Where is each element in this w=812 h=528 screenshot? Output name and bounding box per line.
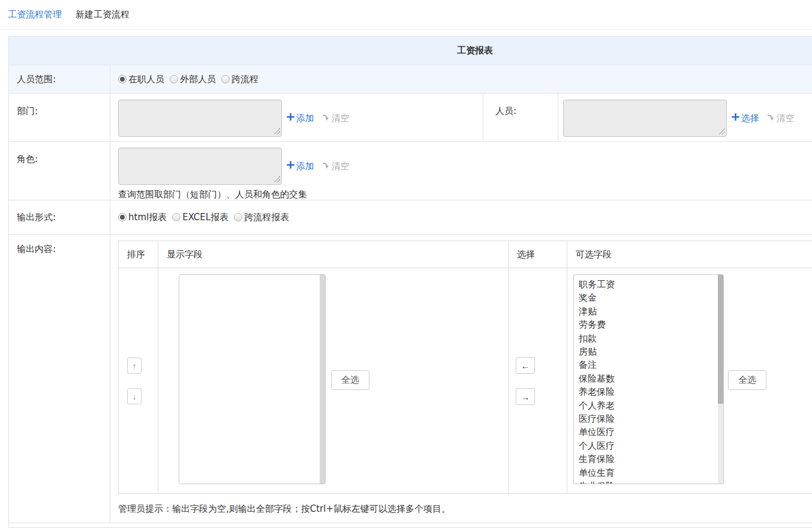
scope-options: 在职人员外部人员跨流程: [110, 65, 812, 93]
available-select-all-button[interactable]: 全选: [728, 370, 766, 390]
role-scope-hint: 查询范围取部门（短部门）、人员和角色的交集: [118, 189, 812, 200]
move-left-button[interactable]: ←: [516, 357, 535, 374]
department-add-button[interactable]: + 添加: [285, 112, 314, 124]
output-content-label: 输出内容:: [9, 235, 110, 523]
select-column-header: 选择: [509, 241, 567, 268]
clear-arrow-icon: [322, 113, 330, 124]
breadcrumb-salary-process-management[interactable]: 工资流程管理: [8, 9, 62, 20]
display-select-all-button[interactable]: 全选: [331, 370, 369, 390]
radio-unselected-icon[interactable]: [221, 75, 230, 83]
field-option[interactable]: 养老保险: [579, 385, 723, 398]
output-format-row: 输出形式: html报表EXCEL报表跨流程报表: [9, 200, 812, 235]
radio-option[interactable]: EXCEL报表: [172, 212, 228, 223]
field-option[interactable]: 扣款: [579, 332, 723, 345]
person-input[interactable]: [563, 100, 727, 137]
clear-arrow-icon: [322, 161, 330, 172]
resize-grip-icon[interactable]: [274, 176, 280, 182]
person-clear-button[interactable]: 清空: [767, 113, 795, 124]
radio-option[interactable]: html报表: [118, 212, 167, 223]
plus-icon: +: [285, 158, 296, 170]
department-input[interactable]: [118, 100, 282, 137]
plus-icon: +: [730, 110, 741, 122]
radio-label: 外部人员: [180, 74, 216, 85]
radio-label: 在职人员: [128, 74, 164, 85]
field-option[interactable]: 房贴: [579, 345, 723, 358]
radio-option[interactable]: 跨流程报表: [234, 212, 289, 223]
field-option[interactable]: 劳务费: [579, 318, 723, 331]
role-row: 角色: + 添加 清空 查询范围取部门（短部门）、人员和角: [9, 142, 812, 200]
move-down-button[interactable]: ↓: [127, 388, 142, 404]
available-fields-cell: 职务工资奖金津贴劳务费扣款房贴备注保险基数养老保险个人养老医疗保险单位医疗个人医…: [567, 268, 812, 493]
field-option[interactable]: 失业保险: [579, 479, 723, 484]
radio-unselected-icon[interactable]: [172, 213, 181, 221]
available-fields-listbox[interactable]: 职务工资奖金津贴劳务费扣款房贴备注保险基数养老保险个人养老医疗保险单位医疗个人医…: [573, 274, 724, 484]
admin-note: 管理员提示：输出字段为空,则输出全部字段；按Ctrl+鼠标左键可以选择多个项目。: [118, 503, 450, 515]
field-table-body: ↑ ↓ 全选 ← → 职务工资奖金津贴劳务费扣款房贴备注保险基数养老保: [119, 268, 812, 493]
role-input[interactable]: [118, 148, 282, 185]
radio-unselected-icon[interactable]: [170, 75, 178, 83]
display-fields-column-header: 显示字段: [158, 241, 509, 268]
field-option[interactable]: 保险基数: [579, 372, 723, 385]
field-table-header: 排序 显示字段 选择 可选字段: [119, 241, 812, 268]
field-option[interactable]: 单位医疗: [579, 425, 723, 439]
panel-title-row: 工资报表: [9, 37, 812, 65]
salary-report-panel: 工资报表 人员范围: 在职人员外部人员跨流程 部门: + 添加: [8, 36, 812, 528]
breadcrumb: 工资流程管理 新建工资流程: [0, 0, 812, 30]
scope-row: 人员范围: 在职人员外部人员跨流程: [9, 65, 812, 94]
field-option[interactable]: 职务工资: [579, 278, 723, 291]
output-content-row: 输出内容: 排序 显示字段 选择 可选字段 ↑ ↓ 全选: [9, 235, 812, 523]
field-option[interactable]: 单位生育: [579, 466, 723, 479]
resize-grip-icon[interactable]: [719, 128, 725, 134]
person-label: 人员:: [483, 94, 558, 141]
department-label: 部门:: [9, 94, 110, 141]
person-select-button[interactable]: + 选择: [730, 112, 759, 124]
field-option[interactable]: 备注: [579, 358, 723, 371]
radio-selected-icon[interactable]: [118, 75, 127, 83]
department-clear-button[interactable]: 清空: [322, 113, 350, 124]
scope-radio-group: 在职人员外部人员跨流程: [118, 74, 264, 85]
sort-column-header: 排序: [119, 241, 158, 268]
field-option[interactable]: 津贴: [579, 305, 723, 318]
person-field-cell: + 选择 清空: [558, 94, 812, 141]
display-fields-cell: 全选: [158, 268, 509, 493]
output-format-radio-group: html报表EXCEL报表跨流程报表: [118, 212, 294, 223]
available-fields-column-header: 可选字段: [567, 241, 812, 268]
radio-label: html报表: [128, 212, 167, 223]
radio-label: 跨流程报表: [244, 212, 289, 223]
scope-label: 人员范围:: [9, 65, 110, 93]
select-cell: ← →: [509, 268, 567, 493]
output-format-options: html报表EXCEL报表跨流程报表: [110, 200, 812, 234]
field-option[interactable]: 个人养老: [579, 399, 723, 412]
display-listbox-scrollbar[interactable]: [320, 275, 325, 484]
display-fields-listbox[interactable]: [179, 274, 326, 484]
radio-option[interactable]: 外部人员: [170, 74, 216, 85]
radio-selected-icon[interactable]: [118, 213, 127, 221]
role-add-button[interactable]: + 添加: [285, 160, 314, 172]
clear-arrow-icon: [767, 113, 775, 124]
field-option[interactable]: 医疗保险: [579, 412, 723, 425]
role-clear-button[interactable]: 清空: [322, 161, 350, 172]
department-person-row: 部门: + 添加 清空 人员:: [9, 94, 812, 142]
resize-grip-icon[interactable]: [274, 128, 280, 134]
sort-cell: ↑ ↓: [119, 268, 158, 493]
radio-option[interactable]: 跨流程: [221, 74, 258, 85]
field-option[interactable]: 个人医疗: [579, 439, 723, 452]
role-label: 角色:: [9, 142, 110, 200]
field-transfer-table: 排序 显示字段 选择 可选字段 ↑ ↓ 全选 ←: [118, 241, 812, 494]
output-format-label: 输出形式:: [9, 200, 110, 234]
radio-label: 跨流程: [231, 74, 258, 85]
available-fields-options: 职务工资奖金津贴劳务费扣款房贴备注保险基数养老保险个人养老医疗保险单位医疗个人医…: [574, 275, 723, 484]
field-option[interactable]: 生育保险: [579, 452, 723, 466]
available-listbox-scrollbar[interactable]: [718, 275, 723, 484]
radio-unselected-icon[interactable]: [234, 213, 242, 221]
scrollbar-thumb[interactable]: [718, 275, 723, 404]
role-field-cell: + 添加 清空 查询范围取部门（短部门）、人员和角色的交集: [110, 142, 812, 200]
field-option[interactable]: 奖金: [579, 291, 723, 304]
plus-icon: +: [285, 110, 296, 122]
display-fields-options: [179, 275, 325, 278]
breadcrumb-new-salary-process[interactable]: 新建工资流程: [76, 9, 130, 20]
page-title: 工资报表: [457, 45, 493, 56]
move-right-button[interactable]: →: [516, 388, 535, 405]
move-up-button[interactable]: ↑: [127, 358, 142, 374]
radio-option[interactable]: 在职人员: [118, 74, 164, 85]
